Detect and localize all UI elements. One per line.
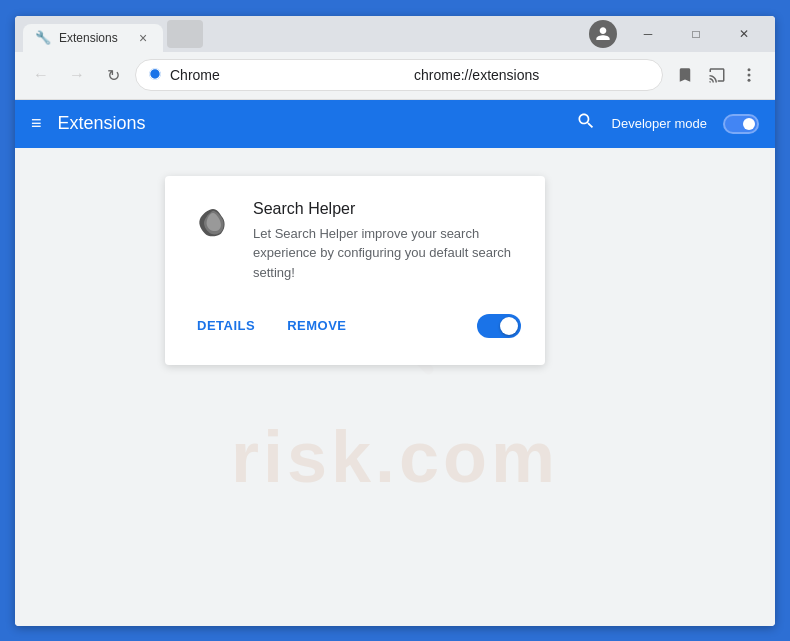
- back-button[interactable]: ←: [27, 61, 55, 89]
- extension-description: Let Search Helper improve your search ex…: [253, 224, 521, 283]
- tab-close-button[interactable]: ×: [135, 30, 151, 46]
- tab-title: Extensions: [59, 31, 127, 45]
- extension-enable-toggle[interactable]: [477, 314, 521, 338]
- extension-name: Search Helper: [253, 200, 521, 218]
- forward-button[interactable]: →: [63, 61, 91, 89]
- svg-point-2: [748, 74, 751, 77]
- extension-card-header: Search Helper Let Search Helper improve …: [189, 200, 521, 283]
- extension-icon: [189, 200, 237, 248]
- address-bar-input-wrap[interactable]: Chrome chrome://extensions: [135, 59, 663, 91]
- search-button[interactable]: [576, 111, 596, 136]
- tab-strip: 🔧 Extensions ×: [23, 16, 589, 52]
- maximize-button[interactable]: □: [673, 20, 719, 48]
- title-bar: 🔧 Extensions × ─ □ ✕: [15, 16, 775, 52]
- site-security-icon: [148, 67, 162, 84]
- watermark-text: risk.com: [231, 416, 559, 498]
- extensions-header: ≡ Extensions Developer mode: [15, 100, 775, 148]
- extension-info: Search Helper Let Search Helper improve …: [253, 200, 521, 283]
- close-button[interactable]: ✕: [721, 20, 767, 48]
- header-actions: Developer mode: [576, 111, 759, 136]
- developer-mode-toggle[interactable]: [723, 114, 759, 134]
- extension-card: Search Helper Let Search Helper improve …: [165, 176, 545, 366]
- svg-point-1: [748, 68, 751, 71]
- reload-button[interactable]: ↻: [99, 61, 127, 89]
- window-controls: ─ □ ✕: [625, 20, 767, 48]
- cast-button[interactable]: [703, 61, 731, 89]
- more-button[interactable]: [735, 61, 763, 89]
- address-actions: [671, 61, 763, 89]
- extension-card-footer: DETAILS REMOVE: [189, 298, 521, 341]
- address-url: chrome://extensions: [414, 67, 650, 83]
- developer-mode-label: Developer mode: [612, 116, 707, 131]
- page-title: Extensions: [58, 113, 560, 134]
- details-button[interactable]: DETAILS: [189, 310, 263, 341]
- tab-favicon: 🔧: [35, 30, 51, 45]
- minimize-button[interactable]: ─: [625, 20, 671, 48]
- address-bar: ← → ↻ Chrome chrome://extensions: [15, 52, 775, 100]
- remove-button[interactable]: REMOVE: [279, 310, 354, 341]
- profile-button[interactable]: [589, 20, 617, 48]
- site-name: Chrome: [170, 67, 406, 83]
- active-tab[interactable]: 🔧 Extensions ×: [23, 24, 163, 52]
- bookmark-button[interactable]: [671, 61, 699, 89]
- browser-window: 🔧 Extensions × ─ □ ✕ ← → ↻ Chrome chrome…: [15, 16, 775, 626]
- main-content: risk.com Search Helper Let Search Helper…: [15, 148, 775, 626]
- svg-point-3: [748, 79, 751, 82]
- new-tab-area: [167, 20, 203, 48]
- hamburger-menu-button[interactable]: ≡: [31, 113, 42, 134]
